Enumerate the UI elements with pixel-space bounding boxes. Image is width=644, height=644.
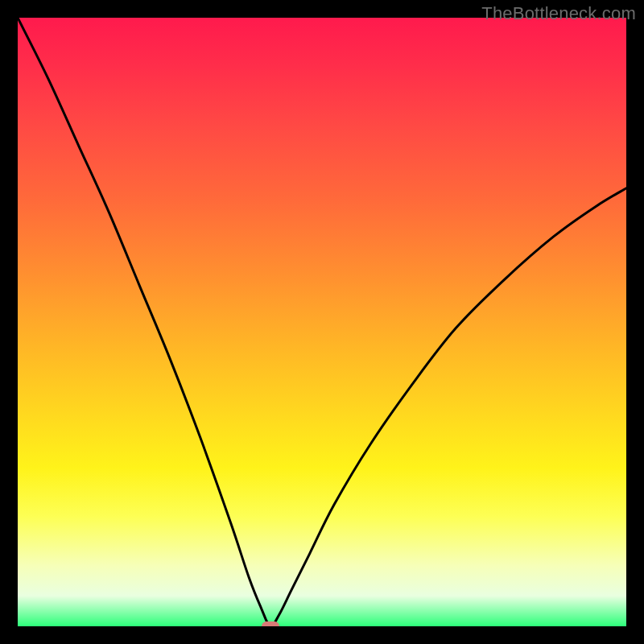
chart-frame: TheBottleneck.com xyxy=(0,0,644,644)
watermark-text: TheBottleneck.com xyxy=(481,3,636,24)
curve-svg xyxy=(18,18,626,626)
optimal-point-marker xyxy=(262,621,279,626)
plot-area xyxy=(18,18,626,626)
bottleneck-curve xyxy=(18,18,626,626)
